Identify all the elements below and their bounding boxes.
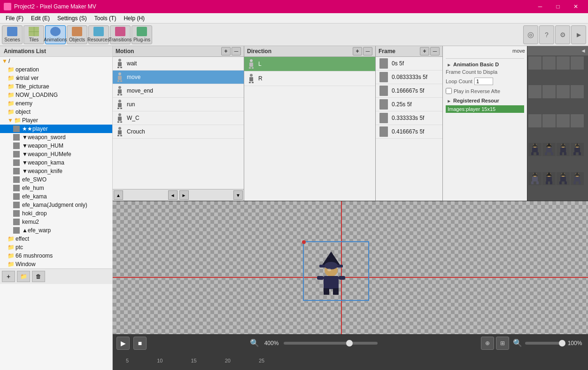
resource-sprite-svg[interactable] [528,143,542,156]
motion-scroll-down-button[interactable]: ▼ [233,190,243,200]
tab-transitions[interactable]: Transitions [110,25,131,44]
motion-remove-button[interactable]: ─ [232,47,241,55]
tree-item-title-picturae[interactable]: 📁 Title_picturae [0,82,112,91]
tree-item-kemu2[interactable]: kemu2 [0,218,112,226]
loop-count-input[interactable] [474,78,493,85]
tree-item-root[interactable]: ▼ / [0,57,112,65]
tree-item-operation[interactable]: 📁 operation [0,65,112,74]
resource-sprite[interactable] [528,114,542,127]
tab-animations[interactable]: Animations [45,25,66,44]
menu-help[interactable]: Help (H) [120,14,148,23]
tree-item-ptc[interactable]: 📁 ptc [0,243,112,252]
tree-item-enemy[interactable]: 📁 enemy [0,99,112,108]
tree-item-star-player[interactable]: ★★player [0,125,112,133]
motion-scroll-left-button[interactable]: ◄ [168,190,178,200]
resource-sprite[interactable] [542,56,556,70]
stop-button[interactable]: ■ [133,337,147,350]
frame-item-6[interactable]: 0.416667s 5f [376,125,442,139]
frame-item-5[interactable]: 0.333333s 5f [376,111,442,125]
help-toolbar-btn[interactable]: ? [539,25,554,44]
resource-sprite-svg[interactable] [542,143,556,156]
tree-item-afe-warp[interactable]: ▲efe_warp [0,226,112,235]
tree-item-object[interactable]: 📁 object [0,108,112,116]
direction-remove-button[interactable]: ─ [363,47,372,55]
zoom-slider[interactable] [284,342,378,345]
animation-canvas-area[interactable] [113,201,588,334]
resource-sprite-svg[interactable] [571,172,584,185]
tree-item-effect[interactable]: 📁 effect [0,235,112,243]
resource-sprite[interactable] [571,56,584,70]
minimize-button[interactable]: ─ [532,1,549,12]
motion-item-wait[interactable]: wait [113,57,244,71]
delete-animation-button[interactable]: 🗑 [32,271,45,282]
resource-sprite-svg[interactable] [528,172,542,185]
circle-toolbar-btn[interactable]: ◎ [523,25,538,44]
frame-add-button[interactable]: + [420,47,429,55]
frame-item-2[interactable]: 0.0833333s 5f [376,71,442,84]
motion-item-move[interactable]: move [113,71,244,84]
tree-item-now-loading[interactable]: 📁 NOW_LOADING [0,91,112,99]
zoom-right-thumb[interactable] [559,340,565,346]
selection-handle[interactable] [302,240,306,244]
resource-sprite-svg[interactable] [542,172,556,185]
motion-item-run[interactable]: run [113,98,244,111]
motion-item-wc[interactable]: W_C [113,111,244,125]
frame-item-1[interactable]: 0s 5f [376,57,442,71]
frame-item-3[interactable]: 0.166667s 5f [376,84,442,98]
tree-item-weapon-knife[interactable]: ▼weapon_knife [0,167,112,175]
tree-item-trial[interactable]: 📁 ※trial ver [0,74,112,82]
direction-item-L[interactable]: L [244,57,375,71]
close-button[interactable]: ✕ [567,1,584,12]
maximize-button[interactable]: □ [549,1,566,12]
resource-sprite[interactable] [542,85,556,98]
direction-item-R[interactable]: R [244,71,375,86]
play-button[interactable]: ▶ [116,337,130,350]
settings-toolbar-btn[interactable]: ⚙ [555,25,570,44]
zoom-slider-thumb[interactable] [346,340,353,346]
frame-item-4[interactable]: 0.25s 5f [376,98,442,111]
resource-sprite-svg[interactable] [557,143,570,156]
motion-item-crouch[interactable]: Crouch [113,125,244,139]
tree-item-weapon-kama[interactable]: ▼weapon_kama [0,158,112,167]
snap-button-1[interactable]: ⊕ [481,337,494,350]
add-folder-button[interactable]: 📁 [17,271,30,282]
resource-sprite[interactable] [557,114,570,127]
tree-item-weapon-humefe[interactable]: ▼weapon_HUMefe [0,150,112,158]
menu-settings[interactable]: Settings (S) [54,14,91,23]
menu-tools[interactable]: Tools (T) [91,14,120,23]
resource-sprite[interactable] [557,56,570,70]
tree-item-player[interactable]: ▼ 📁 Player [0,116,112,125]
tree-item-weapon-sword[interactable]: ▼weapon_sword [0,133,112,142]
resource-sprite[interactable] [542,114,556,127]
tab-resources[interactable]: Resources [88,25,109,44]
resource-sprite[interactable] [528,85,542,98]
zoom-right-slider[interactable] [525,342,563,345]
add-animation-button[interactable]: + [2,271,15,282]
play-reverse-checkbox[interactable] [446,88,452,94]
resource-sprite[interactable] [571,114,584,127]
menu-file[interactable]: File (F) [2,14,27,23]
tree-item-efe-kama[interactable]: efe_kama [0,192,112,201]
direction-add-button[interactable]: + [353,47,362,55]
tree-item-hoki-drop[interactable]: hoki_drop [0,209,112,218]
tree-item-66mushrooms[interactable]: 📁 66 mushrooms [0,252,112,260]
tree-item-weapon-hum[interactable]: ▼weapon_HUM [0,142,112,150]
motion-item-move-end[interactable]: move_end [113,84,244,98]
resource-sprite-svg[interactable] [557,172,570,185]
resource-sprite[interactable] [571,85,584,98]
resource-sprite[interactable] [528,56,542,70]
tree-item-window[interactable]: 📁 Window [0,260,112,268]
frame-remove-button[interactable]: ─ [430,47,440,55]
tree-item-efe-kama-judgment[interactable]: efe_kama(Judgment only) [0,201,112,209]
motion-add-button[interactable]: + [221,47,231,55]
tab-plugins[interactable]: Plug-ins [132,25,152,44]
tree-item-efe-hum[interactable]: efe_hum [0,184,112,192]
menu-edit[interactable]: Edit (E) [27,14,54,23]
motion-scroll-right-button[interactable]: ► [179,190,189,200]
tree-item-efe-swo[interactable]: efe_SWO [0,175,112,184]
tab-tiles[interactable]: Tiles [23,25,44,44]
arrow-toolbar-btn[interactable]: ▶ [571,25,586,44]
grid-button[interactable]: ⊞ [496,337,509,350]
tab-objects[interactable]: Objects [67,25,87,44]
resource-sprite[interactable] [557,85,570,98]
